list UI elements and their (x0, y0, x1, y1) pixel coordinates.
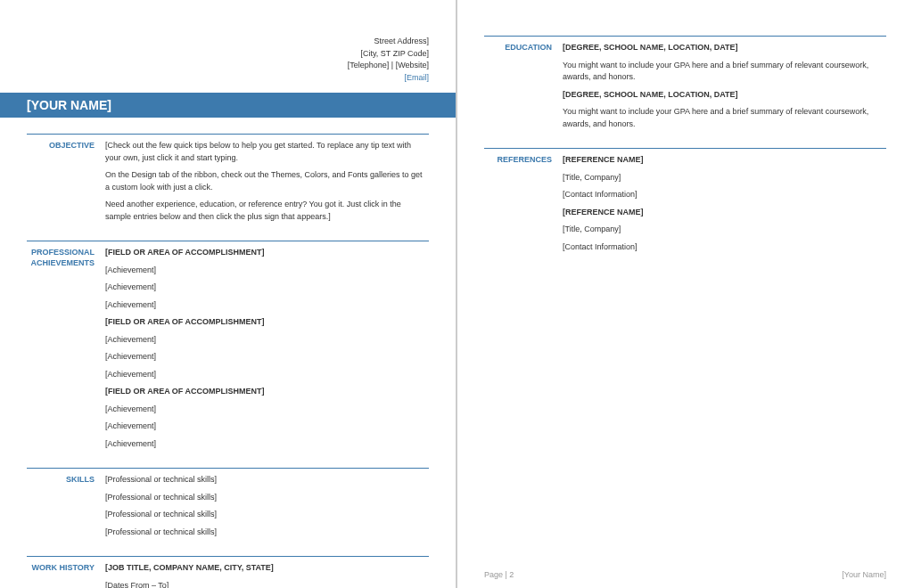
section-skills: SKILLS [Professional or technical skills… (27, 468, 429, 543)
degree-line[interactable]: [DEGREE, SCHOOL NAME, LOCATION, DATE] (563, 89, 886, 102)
work-history-content[interactable]: [JOB TITLE, COMPANY NAME, CITY, STATE] [… (105, 556, 429, 588)
skill-item[interactable]: [Professional or technical skills] (105, 474, 429, 486)
email-link[interactable]: [Email] (27, 72, 429, 85)
achievement-item[interactable]: [Achievement] (105, 351, 429, 363)
education-label: EDUCATION (484, 36, 563, 135)
achievements-content[interactable]: [FIELD OR AREA OF ACCOMPLISHMENT] [Achie… (105, 241, 429, 455)
achievement-item[interactable]: [Achievement] (105, 369, 429, 381)
achievements-label: PROFESSIONAL ACHIEVEMENTS (27, 241, 105, 455)
skill-item[interactable]: [Professional or technical skills] (105, 527, 429, 539)
footer-page-number: Page | 2 (484, 570, 514, 579)
section-achievements: PROFESSIONAL ACHIEVEMENTS [FIELD OR AREA… (27, 241, 429, 455)
objective-label: OBJECTIVE (27, 134, 105, 228)
reference-title[interactable]: [Title, Company] (563, 224, 886, 236)
job-title[interactable]: [JOB TITLE, COMPANY NAME, CITY, STATE] (105, 562, 429, 575)
skill-item[interactable]: [Professional or technical skills] (105, 509, 429, 521)
reference-name[interactable]: [REFERENCE NAME] (563, 154, 886, 167)
street-address[interactable]: Street Address] (27, 36, 429, 48)
achievement-field[interactable]: [FIELD OR AREA OF ACCOMPLISHMENT] (105, 386, 429, 398)
section-references: REFERENCES [REFERENCE NAME] [Title, Comp… (484, 148, 886, 258)
objective-p3[interactable]: Need another experience, education, or r… (105, 199, 429, 223)
references-label: REFERENCES (484, 148, 563, 258)
contact-block: Street Address] [City, ST ZIP Code] [Tel… (27, 36, 429, 84)
work-history-label: WORK HISTORY (27, 556, 105, 588)
objective-p2[interactable]: On the Design tab of the ribbon, check o… (105, 169, 429, 193)
achievement-item[interactable]: [Achievement] (105, 438, 429, 451)
achievement-item[interactable]: [Achievement] (105, 404, 429, 416)
achievement-item[interactable]: [Achievement] (105, 265, 429, 277)
reference-title[interactable]: [Title, Company] (563, 172, 886, 184)
degree-line[interactable]: [DEGREE, SCHOOL NAME, LOCATION, DATE] (563, 42, 886, 54)
city-state-zip[interactable]: [City, ST ZIP Code] (27, 48, 429, 61)
name-banner[interactable]: [YOUR NAME] (0, 93, 456, 118)
job-dates[interactable]: [Dates From – To] (105, 580, 429, 589)
achievement-item[interactable]: [Achievement] (105, 421, 429, 433)
reference-contact[interactable]: [Contact Information] (563, 241, 886, 254)
skills-content[interactable]: [Professional or technical skills] [Prof… (105, 468, 429, 543)
section-objective: OBJECTIVE [Check out the few quick tips … (27, 134, 429, 228)
reference-name[interactable]: [REFERENCE NAME] (563, 207, 886, 219)
achievement-item[interactable]: [Achievement] (105, 299, 429, 312)
phone-website[interactable]: [Telephone] | [Website] (27, 60, 429, 72)
section-education: EDUCATION [DEGREE, SCHOOL NAME, LOCATION… (484, 36, 886, 135)
education-content[interactable]: [DEGREE, SCHOOL NAME, LOCATION, DATE] Yo… (563, 36, 886, 135)
achievement-item[interactable]: [Achievement] (105, 282, 429, 294)
education-desc[interactable]: You might want to include your GPA here … (563, 60, 886, 84)
achievement-field[interactable]: [FIELD OR AREA OF ACCOMPLISHMENT] (105, 316, 429, 329)
section-work-history: WORK HISTORY [JOB TITLE, COMPANY NAME, C… (27, 556, 429, 588)
page-2: EDUCATION [DEGREE, SCHOOL NAME, LOCATION… (457, 0, 913, 588)
achievement-item[interactable]: [Achievement] (105, 334, 429, 347)
skills-label: SKILLS (27, 468, 105, 543)
skill-item[interactable]: [Professional or technical skills] (105, 492, 429, 504)
footer-name: [Your Name] (842, 570, 886, 579)
page-1: Street Address] [City, ST ZIP Code] [Tel… (0, 0, 456, 588)
objective-content[interactable]: [Check out the few quick tips below to h… (105, 134, 429, 228)
page-footer: Page | 2 [Your Name] (484, 570, 886, 579)
reference-contact[interactable]: [Contact Information] (563, 189, 886, 201)
achievement-field[interactable]: [FIELD OR AREA OF ACCOMPLISHMENT] (105, 247, 429, 259)
objective-p1[interactable]: [Check out the few quick tips below to h… (105, 140, 429, 164)
education-desc[interactable]: You might want to include your GPA here … (563, 106, 886, 130)
references-content[interactable]: [REFERENCE NAME] [Title, Company] [Conta… (563, 148, 886, 258)
